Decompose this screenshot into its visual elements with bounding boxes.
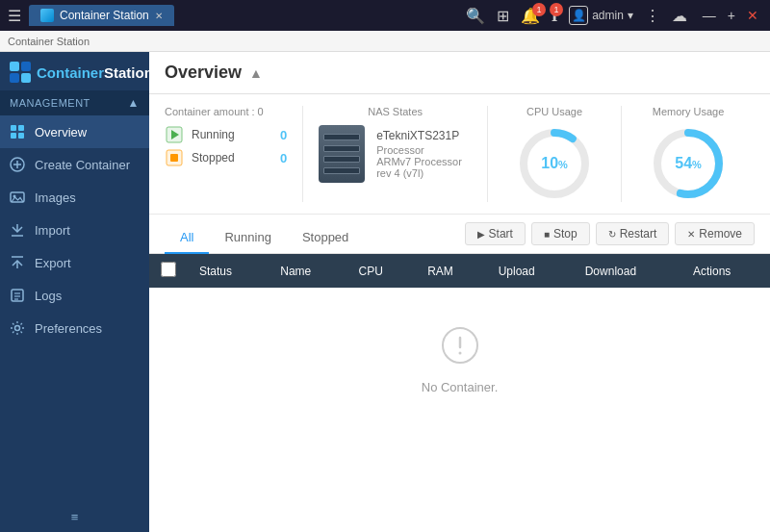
- nas-processor-value: ARMv7 Processor rev 4 (v7l): [376, 156, 472, 179]
- stopped-icon: [165, 148, 184, 167]
- sidebar: ContainerStation ⟳ ⬆ ⋮ Management ▲: [0, 52, 149, 532]
- management-label: Management: [10, 97, 90, 109]
- main-header: Overview ▲: [149, 52, 770, 94]
- tab-running[interactable]: Running: [209, 222, 286, 254]
- container-amount-section: Container amount : 0 Running 0: [165, 106, 303, 202]
- cpu-gauge: 10%: [516, 125, 593, 202]
- main-area: Overview ▲ Container amount : 0: [149, 52, 770, 532]
- sidebar-item-overview[interactable]: Overview: [0, 115, 149, 148]
- sidebar-item-preferences[interactable]: Preferences: [0, 312, 149, 344]
- app-title: Container Station: [8, 36, 90, 47]
- page-collapse-button[interactable]: ▲: [249, 65, 263, 81]
- page-title-area: Overview ▲: [165, 63, 263, 83]
- logo-area: ContainerStation ⟳ ⬆ ⋮: [0, 52, 149, 90]
- sidebar-item-label-import: Import: [35, 223, 70, 238]
- download-column-header: Download: [574, 254, 681, 288]
- running-row: Running 0: [165, 125, 287, 144]
- sidebar-item-label-logs: Logs: [35, 289, 62, 303]
- sidebar-item-label-images: Images: [35, 190, 76, 205]
- svg-rect-2: [11, 133, 16, 139]
- minimize-button[interactable]: —: [699, 8, 720, 23]
- sidebar-item-create-container[interactable]: Create Container: [0, 148, 149, 181]
- empty-icon: [441, 326, 479, 372]
- hamburger-button[interactable]: ☰: [8, 7, 21, 25]
- table-container: Status Name CPU RAM Upload Download Acti…: [149, 254, 770, 532]
- maximize-button[interactable]: +: [724, 8, 739, 23]
- tab-all[interactable]: All: [165, 222, 209, 254]
- running-icon: [165, 125, 184, 144]
- sidebar-item-import[interactable]: Import: [0, 214, 149, 246]
- bell-badge: 1: [532, 3, 546, 16]
- svg-point-28: [458, 352, 461, 355]
- stop-button[interactable]: ■ Stop: [531, 222, 590, 245]
- nas-states-label: NAS States: [319, 106, 472, 117]
- select-all-checkbox[interactable]: [161, 262, 176, 277]
- stopped-label: Stopped: [192, 151, 272, 165]
- svg-point-17: [15, 326, 20, 331]
- sidebar-item-logs[interactable]: Logs: [0, 279, 149, 312]
- nas-info-area: eTekniXTS231P Processor ARMv7 Processor …: [376, 129, 472, 179]
- restart-icon: ↻: [608, 229, 616, 240]
- start-icon: ▶: [477, 229, 485, 240]
- containers-table: Status Name CPU RAM Upload Download Acti…: [149, 254, 770, 288]
- tab-stopped[interactable]: Stopped: [287, 222, 364, 254]
- nas-content: eTekniXTS231P Processor ARMv7 Processor …: [319, 125, 472, 183]
- overview-icon: [10, 124, 25, 139]
- name-column-header: Name: [269, 254, 346, 288]
- upload-column-header: Upload: [487, 254, 574, 288]
- running-count: 0: [280, 128, 287, 142]
- cpu-percent-text: 10%: [541, 155, 568, 172]
- info-icon[interactable]: ℹ 1: [552, 7, 557, 25]
- more-options-icon[interactable]: ⋮: [645, 7, 660, 25]
- svg-rect-1: [18, 125, 24, 131]
- title-bar: ☰ Container Station ✕ 🔍 ⊞ 🔔 1 ℹ 1 👤 admi…: [0, 0, 770, 31]
- overview-cards: Container amount : 0 Running 0: [149, 94, 770, 215]
- memory-gauge: 54%: [650, 125, 727, 202]
- start-button[interactable]: ▶ Start: [465, 222, 526, 245]
- logo-brand: ContainerStation: [10, 62, 153, 83]
- brand-container: Container: [37, 64, 104, 81]
- cpu-column-header: CPU: [347, 254, 417, 288]
- cloud-icon[interactable]: ☁: [672, 7, 687, 25]
- empty-text: No Container.: [422, 380, 499, 394]
- title-bar-left: ☰ Container Station ✕: [8, 5, 458, 26]
- sidebar-item-label-preferences: Preferences: [35, 321, 102, 336]
- close-button[interactable]: ✕: [743, 8, 762, 23]
- tab-actions: ▶ Start ■ Stop ↻ Restart ✕ Remove: [465, 222, 755, 245]
- stack-icon[interactable]: ⊞: [497, 7, 509, 25]
- search-icon[interactable]: 🔍: [466, 7, 485, 25]
- nas-name: eTekniXTS231P: [376, 129, 472, 142]
- window-controls: — + ✕: [699, 8, 762, 23]
- info-badge: 1: [550, 3, 563, 16]
- nas-processor-label: Processor: [376, 144, 472, 156]
- memory-usage-label: Memory Usage: [637, 106, 739, 117]
- tab-icon: [40, 9, 54, 22]
- brand-name: ContainerStation: [37, 64, 153, 81]
- import-icon: [10, 222, 25, 238]
- sidebar-item-export[interactable]: Export: [0, 246, 149, 279]
- user-area[interactable]: 👤 admin ▾: [569, 6, 633, 25]
- svg-rect-0: [11, 125, 16, 131]
- stopped-count: 0: [280, 151, 287, 165]
- restart-button[interactable]: ↻ Restart: [596, 222, 670, 245]
- stop-icon: ■: [544, 229, 550, 240]
- management-collapse-icon[interactable]: ▲: [128, 96, 140, 110]
- running-label: Running: [192, 128, 272, 141]
- sidebar-item-images[interactable]: Images: [0, 181, 149, 214]
- title-bar-right: 🔍 ⊞ 🔔 1 ℹ 1 👤 admin ▾ ⋮ ☁ — + ✕: [466, 6, 762, 25]
- user-icon: 👤: [569, 6, 588, 25]
- create-container-icon: [10, 157, 25, 172]
- tab-close-button[interactable]: ✕: [155, 11, 163, 21]
- remove-button[interactable]: ✕ Remove: [675, 222, 755, 245]
- nas-states-section: NAS States eTekniXTS231P Processor ARMv7…: [303, 106, 488, 202]
- tabs: All Running Stopped: [165, 222, 364, 253]
- sidebar-toggle-button[interactable]: ≡: [0, 502, 149, 532]
- empty-state: No Container.: [149, 288, 770, 433]
- remove-icon: ✕: [687, 229, 695, 240]
- app-tab[interactable]: Container Station ✕: [29, 5, 174, 26]
- app-body: ContainerStation ⟳ ⬆ ⋮ Management ▲: [0, 52, 770, 532]
- cpu-usage-section: CPU Usage 10%: [488, 106, 622, 202]
- bell-icon[interactable]: 🔔 1: [521, 7, 540, 25]
- checkbox-column-header: [149, 254, 188, 288]
- logs-icon: [10, 288, 25, 303]
